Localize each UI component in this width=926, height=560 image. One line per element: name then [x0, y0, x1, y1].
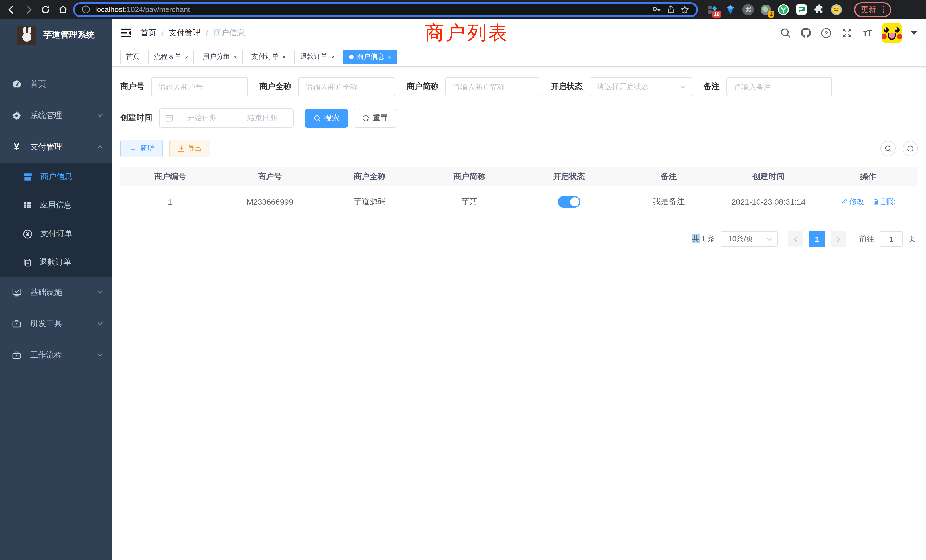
avatar-dropdown-caret-icon[interactable]: [911, 31, 917, 35]
extensions-strip: 10 ⌘ 1 更新: [707, 2, 891, 17]
extension-badge: 1: [768, 11, 774, 17]
extension-y-icon[interactable]: [778, 4, 789, 15]
cell-merchant-id: 1: [120, 186, 220, 217]
sidebar-item-app-info[interactable]: 应用信息: [0, 191, 112, 219]
sidebar-menu: 首页 系统管理 ¥ 支付管理: [0, 51, 112, 371]
date-range-picker[interactable]: 开始日期 - 结束日期: [159, 108, 294, 128]
active-tab-dot: [349, 54, 354, 59]
tab-process-form[interactable]: 流程表单 ×: [148, 49, 194, 64]
sidebar-collapse-icon[interactable]: [120, 28, 131, 38]
reset-button[interactable]: 重置: [354, 109, 396, 127]
tab-refund-order[interactable]: 退款订单 ×: [295, 49, 340, 64]
filter-row-2: 创建时间 开始日期 - 结束日期 搜索 重置: [120, 108, 918, 128]
yen-circle-icon: [23, 229, 32, 239]
share-icon[interactable]: [667, 5, 675, 14]
monitor-check-icon: [11, 288, 22, 297]
sidebar-item-dev-tools[interactable]: 研发工具: [0, 308, 112, 339]
tab-pay-order[interactable]: 支付订单 ×: [246, 49, 292, 64]
add-button[interactable]: ＋ 新增: [120, 140, 162, 157]
sidebar-item-workflow[interactable]: 工作流程: [0, 339, 112, 371]
full-name-input[interactable]: [298, 77, 395, 96]
close-icon[interactable]: ×: [233, 53, 237, 60]
browser-menu-icon[interactable]: [883, 6, 884, 13]
status-toggle[interactable]: [558, 196, 581, 207]
merchant-no-input[interactable]: [151, 77, 248, 96]
cell-remark: 我是备注: [619, 186, 719, 217]
cell-create-time: 2021-10-23 08:31:14: [719, 186, 819, 217]
goto-page-input[interactable]: [880, 231, 903, 247]
search-icon: [313, 114, 321, 122]
browser-home-icon[interactable]: [56, 3, 70, 16]
chevron-up-icon: [97, 144, 103, 150]
filter-create-time: 创建时间 开始日期 - 结束日期: [120, 108, 294, 128]
sidebar-item-home[interactable]: 首页: [0, 68, 112, 100]
app-title: 芋道管理系统: [43, 30, 95, 41]
sidebar-item-pay-order[interactable]: 支付订单: [0, 219, 112, 248]
close-icon[interactable]: ×: [331, 53, 335, 60]
search-icon[interactable]: [779, 27, 791, 39]
extension-chat-icon[interactable]: [796, 4, 807, 15]
remark-input[interactable]: [726, 77, 832, 96]
chevron-down-icon: [680, 83, 686, 90]
sidebar-logo[interactable]: 芋道管理系统: [0, 19, 112, 51]
sidebar-item-infrastructure[interactable]: 基础设施: [0, 277, 112, 308]
date-start-placeholder[interactable]: 开始日期: [177, 113, 227, 123]
extension-colorful-icon[interactable]: 10: [707, 4, 719, 15]
sidebar-item-label: 系统管理: [30, 110, 62, 121]
fullscreen-icon[interactable]: [840, 27, 853, 39]
short-name-input[interactable]: [445, 77, 539, 96]
site-info-icon[interactable]: [82, 5, 90, 14]
sidebar-item-system[interactable]: 系统管理: [0, 100, 112, 131]
page-size-select[interactable]: 10条/页: [721, 231, 778, 247]
extension-profile-icon[interactable]: 1: [760, 4, 772, 15]
tab-merchant-info[interactable]: 商户信息 ×: [343, 49, 397, 64]
browser-forward-icon[interactable]: [22, 3, 35, 16]
page-unit-label: 页: [908, 234, 916, 244]
profile-avatar-emoji[interactable]: [831, 4, 842, 15]
date-end-placeholder[interactable]: 结束日期: [237, 113, 287, 123]
field-label: 开启状态: [551, 82, 583, 92]
field-label: 备注: [704, 82, 720, 92]
tab-user-group[interactable]: 用户分组 ×: [197, 49, 243, 64]
github-icon[interactable]: [799, 27, 812, 39]
close-icon[interactable]: ×: [388, 53, 392, 60]
help-icon[interactable]: ?: [820, 27, 832, 39]
tab-home[interactable]: 首页: [120, 49, 145, 64]
search-button[interactable]: 搜索: [305, 109, 348, 127]
hide-search-icon[interactable]: [881, 141, 896, 156]
sidebar-item-merchant-info[interactable]: 商户信息: [0, 162, 112, 191]
browser-reload-icon[interactable]: [39, 3, 53, 16]
sidebar-item-label: 支付管理: [30, 142, 62, 152]
bookmark-star-icon[interactable]: [680, 5, 689, 14]
browser-back-icon[interactable]: [5, 3, 18, 16]
extensions-puzzle-icon[interactable]: [813, 4, 825, 15]
delete-link[interactable]: 删除: [872, 197, 896, 207]
url-text[interactable]: localhost:1024/pay/merchant: [95, 5, 647, 14]
close-icon[interactable]: ×: [282, 53, 286, 60]
close-icon[interactable]: ×: [185, 53, 188, 60]
export-button[interactable]: 导出: [169, 140, 210, 157]
extension-command-icon[interactable]: ⌘: [742, 4, 754, 15]
extension-gem-icon[interactable]: [725, 4, 736, 15]
status-select[interactable]: 请选择开启状态: [590, 77, 692, 96]
breadcrumb-home[interactable]: 首页: [140, 28, 156, 38]
password-key-icon[interactable]: [652, 5, 661, 14]
column-header: 商户编号: [120, 167, 220, 186]
app-window: 芋道管理系统 首页 系统管理: [0, 19, 926, 560]
sidebar-item-payment[interactable]: ¥ 支付管理: [0, 131, 112, 162]
refresh-table-icon[interactable]: [903, 141, 918, 156]
browser-update-button[interactable]: 更新: [854, 2, 891, 17]
font-size-icon[interactable]: тT: [861, 27, 873, 39]
edit-link[interactable]: 修改: [841, 197, 864, 207]
prev-page-button[interactable]: [788, 231, 803, 247]
column-header: 开启状态: [519, 167, 619, 186]
next-page-button[interactable]: [831, 231, 846, 247]
total-count: 共 1 条: [692, 234, 715, 244]
column-header: 商户号: [220, 167, 320, 186]
sidebar-item-label: 基础设施: [30, 287, 62, 297]
sidebar-item-refund-order[interactable]: 退款订单: [0, 248, 112, 277]
breadcrumb-payment[interactable]: 支付管理: [169, 28, 201, 38]
page-number-1[interactable]: 1: [808, 231, 825, 247]
user-avatar[interactable]: [882, 23, 902, 43]
address-bar[interactable]: localhost:1024/pay/merchant: [73, 2, 698, 17]
